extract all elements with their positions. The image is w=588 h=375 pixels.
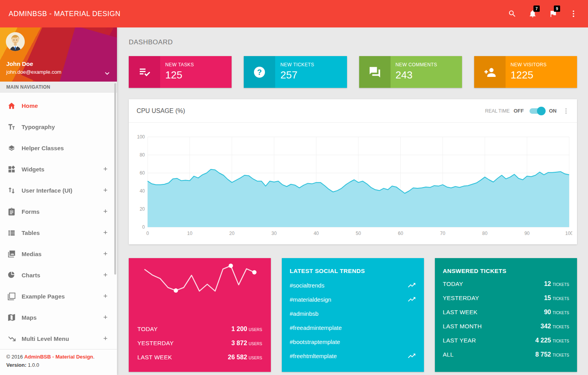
stat-value: 3 872 xyxy=(232,340,247,346)
stat-label: LAST YEAR xyxy=(443,337,476,344)
expand-plus-icon[interactable]: + xyxy=(103,186,108,195)
social-trends-card: LATEST SOCIAL TRENDS #socialtrends#mater… xyxy=(282,258,424,372)
chevron-down-icon[interactable] xyxy=(103,69,111,78)
info-box-value: 243 xyxy=(396,69,437,81)
kebab-menu-icon[interactable] xyxy=(566,6,581,21)
trend-row-adminbsb[interactable]: #adminbsb xyxy=(282,306,424,320)
svg-text:20: 20 xyxy=(229,231,235,236)
sidebar-item-medias[interactable]: Medias+ xyxy=(0,243,117,264)
sidebar-item-example-pages[interactable]: Example Pages+ xyxy=(0,286,117,307)
sidebar-item-charts[interactable]: Charts+ xyxy=(0,264,117,286)
trends-list: #socialtrends#materialdesign#adminbsb#fr… xyxy=(282,278,424,363)
svg-text:20: 20 xyxy=(140,206,145,212)
info-boxes-row: NEW TASKS125?NEW TICKETS257NEW COMMENTS2… xyxy=(129,56,577,88)
svg-text:60: 60 xyxy=(140,170,145,176)
forum-icon xyxy=(359,56,391,88)
info-box-label: NEW VISITORS xyxy=(511,62,547,67)
stat-value: 1 200 xyxy=(232,326,247,332)
stat-unit: USERS xyxy=(249,342,262,346)
trending-up-icon xyxy=(407,281,416,289)
copyright-link[interactable]: AdminBSB - Material Design xyxy=(24,354,93,360)
sidebar-item-tables[interactable]: Tables+ xyxy=(0,222,117,243)
stat-label: LAST MONTH xyxy=(443,323,482,329)
stat-row-last-month: LAST MONTH342TICKETS xyxy=(443,323,569,337)
expand-plus-icon[interactable]: + xyxy=(103,228,108,237)
stat-row-yesterday: YESTERDAY15TICKETS xyxy=(443,295,569,309)
version-label: Version: xyxy=(6,362,28,368)
stat-label: YESTERDAY xyxy=(443,295,479,301)
info-box-value: 125 xyxy=(165,69,194,81)
user-name: John Doe xyxy=(6,60,33,67)
sidebar-item-user-interface-ui[interactable]: User Interface (UI)+ xyxy=(0,180,117,201)
info-box-label: NEW TICKETS xyxy=(280,62,314,67)
trend-tag: #bootstraptemplate xyxy=(290,339,340,345)
cpu-card-header: CPU USAGE (%) REAL TIME OFF ON xyxy=(129,99,577,123)
image-icon xyxy=(7,249,16,258)
trend-row-materialdesign[interactable]: #materialdesign xyxy=(282,292,424,306)
sidebar-item-maps[interactable]: Maps+ xyxy=(0,307,117,328)
sidebar-item-label: Maps xyxy=(22,314,37,321)
visitors-card: TODAY1 200USERSYESTERDAY3 872USERSLAST W… xyxy=(129,258,271,372)
trend-row-socialtrends[interactable]: #socialtrends xyxy=(282,278,424,292)
expand-plus-icon[interactable]: + xyxy=(103,207,108,216)
sidebar-item-label: Forms xyxy=(22,208,40,215)
trend-row-freehtmltemplate[interactable]: #freehtmltemplate xyxy=(282,349,424,363)
sidebar-item-helper-classes[interactable]: Helper Classes xyxy=(0,137,117,158)
cpu-card-title: CPU USAGE (%) xyxy=(137,107,185,115)
expand-plus-icon[interactable]: + xyxy=(103,334,108,343)
stat-row-today: TODAY12TICKETS xyxy=(443,280,569,295)
notifications-bell-icon[interactable]: 7 xyxy=(525,6,540,21)
search-icon[interactable] xyxy=(505,6,520,21)
answered-tickets-card: ANSWERED TICKETS TODAY12TICKETSYESTERDAY… xyxy=(435,258,577,372)
stat-label: TODAY xyxy=(443,280,463,287)
sidebar-item-home[interactable]: Home xyxy=(0,95,117,116)
sidebar-item-label: Medias xyxy=(22,251,42,257)
stat-row-today: TODAY1 200USERS xyxy=(137,326,262,340)
swap-icon xyxy=(7,186,16,195)
sidebar-scrollbar[interactable] xyxy=(114,83,116,275)
trend-row-bootstraptemplate[interactable]: #bootstraptemplate xyxy=(282,335,424,349)
stat-value: 4 225 xyxy=(535,337,551,344)
svg-text:90: 90 xyxy=(524,231,530,236)
stat-label: YESTERDAY xyxy=(137,340,173,346)
main-content: DASHBOARD NEW TASKS125?NEW TICKETS257NEW… xyxy=(117,27,588,375)
svg-text:?: ? xyxy=(257,68,262,76)
sidebar-item-typography[interactable]: Typography xyxy=(0,116,117,137)
svg-text:10: 10 xyxy=(187,231,193,236)
trending-up-icon xyxy=(407,295,416,304)
sidebar-item-widgets[interactable]: Widgets+ xyxy=(0,158,117,180)
app-title: ADMINBSB - MATERIAL DESIGN xyxy=(9,10,121,18)
sidebar: John Doe john.doe@example.com MAIN NAVIG… xyxy=(0,27,117,375)
cpu-usage-card: CPU USAGE (%) REAL TIME OFF ON 020406080… xyxy=(129,99,577,244)
realtime-toggle[interactable] xyxy=(530,108,544,114)
card-kebab-menu-icon[interactable] xyxy=(562,107,570,115)
nav-section-label: MAIN NAVIGATION xyxy=(0,82,117,93)
stat-label: LAST WEEK xyxy=(443,309,477,315)
clipboard-icon xyxy=(7,207,16,216)
trend-row-freeadmintemplate[interactable]: #freeadmintemplate xyxy=(282,320,424,335)
svg-text:100: 100 xyxy=(137,134,145,140)
info-box-new-tasks: NEW TASKS125 xyxy=(129,56,232,88)
user-card: John Doe john.doe@example.com xyxy=(0,27,117,82)
stat-row-last-week: LAST WEEK26 582USERS xyxy=(137,354,262,368)
sidebar-item-multi-level-menu[interactable]: Multi Level Menu+ xyxy=(0,328,117,349)
sidebar-item-label: Widgets xyxy=(22,166,44,173)
avatar xyxy=(6,32,25,51)
expand-plus-icon[interactable]: + xyxy=(103,165,108,173)
toggle-off-label: OFF xyxy=(514,108,524,114)
stat-unit: TICKETS xyxy=(553,297,569,301)
topbar-actions: 7 9 xyxy=(505,6,581,21)
sidebar-item-forms[interactable]: Forms+ xyxy=(0,201,117,222)
expand-plus-icon[interactable]: + xyxy=(103,292,108,300)
layers-icon xyxy=(7,143,16,153)
expand-plus-icon[interactable]: + xyxy=(103,249,108,258)
stat-value: 90 xyxy=(544,309,551,315)
flag-icon[interactable]: 9 xyxy=(546,6,561,21)
expand-plus-icon[interactable]: + xyxy=(103,313,108,322)
bottom-cards-row: TODAY1 200USERSYESTERDAY3 872USERSLAST W… xyxy=(129,258,577,372)
expand-plus-icon[interactable]: + xyxy=(103,271,108,279)
sidebar-item-label: Multi Level Menu xyxy=(22,335,69,342)
stat-label: LAST WEEK xyxy=(137,354,172,360)
stat-label: TODAY xyxy=(137,326,158,332)
stat-value: 12 xyxy=(544,280,551,287)
